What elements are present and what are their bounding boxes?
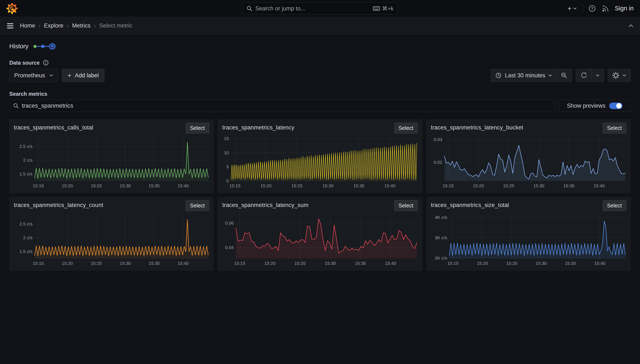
time-range-label: Last 30 minutes xyxy=(505,72,545,79)
grafana-logo[interactable] xyxy=(6,3,18,14)
chevron-down-icon xyxy=(596,74,600,77)
svg-text:2 c/s: 2 c/s xyxy=(23,158,32,162)
add-label-button[interactable]: + Add label xyxy=(62,69,104,82)
svg-text:15:20: 15:20 xyxy=(473,183,484,188)
chevron-down-icon xyxy=(50,74,53,77)
history-connector xyxy=(36,46,41,47)
help-button[interactable]: ? xyxy=(588,4,596,12)
collapse-toolbar-button[interactable] xyxy=(628,24,634,28)
history-timeline-widget[interactable] xyxy=(34,43,56,50)
breadcrumb-separator: › xyxy=(67,22,69,29)
svg-text:0.04: 0.04 xyxy=(225,245,234,250)
breadcrumb-metrics[interactable]: Metrics xyxy=(72,22,90,29)
svg-text:1.5 c/s: 1.5 c/s xyxy=(20,249,33,254)
svg-text:15:35: 15:35 xyxy=(355,261,366,266)
panel-chart: 1.5 c/s2 c/s2.5 c/s15:1515:2015:2515:301… xyxy=(14,135,209,188)
datasource-picker[interactable]: Prometheus xyxy=(9,69,58,82)
top-nav: ⌘+k + ? Sign in xyxy=(0,0,640,17)
clock-icon xyxy=(495,72,502,79)
svg-text:15:25: 15:25 xyxy=(292,183,302,188)
svg-text:15:25: 15:25 xyxy=(91,183,102,188)
svg-text:15:30: 15:30 xyxy=(534,183,544,188)
svg-text:15:25: 15:25 xyxy=(294,261,306,266)
panel-chart: 2K c/s3K c/s4K c/s15:1515:2015:2515:3015… xyxy=(431,213,626,266)
panel-select-button[interactable]: Select xyxy=(603,200,626,211)
show-previews-control: Show previews xyxy=(558,100,631,112)
sign-in-button[interactable]: Sign in xyxy=(615,5,634,12)
svg-text:2.5 c/s: 2.5 c/s xyxy=(20,222,33,226)
breadcrumb-home[interactable]: Home xyxy=(20,22,35,29)
svg-text:15:40: 15:40 xyxy=(385,261,396,266)
svg-text:3K c/s: 3K c/s xyxy=(435,235,447,240)
panel-select-button[interactable]: Select xyxy=(186,123,209,134)
refresh-button[interactable] xyxy=(576,69,592,82)
gear-icon xyxy=(612,72,620,79)
time-range-picker[interactable]: Last 30 minutes xyxy=(490,69,556,82)
svg-text:10: 10 xyxy=(224,150,229,155)
svg-text:?: ? xyxy=(591,6,594,11)
svg-text:15:20: 15:20 xyxy=(62,183,73,188)
svg-text:15:25: 15:25 xyxy=(91,261,102,266)
svg-text:15:40: 15:40 xyxy=(384,183,396,188)
svg-text:15:30: 15:30 xyxy=(536,261,547,266)
svg-text:15:30: 15:30 xyxy=(120,261,131,266)
panel-title: traces_spanmetrics_latency_count xyxy=(14,200,103,208)
metric-panel: traces_spanmetrics_latency_bucket Select… xyxy=(426,120,631,193)
refresh-interval-dropdown[interactable] xyxy=(591,69,604,82)
panel-chart: 0.040.0615:1515:2015:2515:3015:3515:40 xyxy=(222,213,418,266)
datasource-value: Prometheus xyxy=(14,72,45,79)
keyboard-icon xyxy=(373,6,380,11)
svg-text:15:40: 15:40 xyxy=(178,261,188,266)
info-icon[interactable] xyxy=(42,60,49,66)
settings-button[interactable] xyxy=(608,69,631,82)
chevron-down-icon xyxy=(622,74,626,77)
panel-chart: 0.020.0315:1515:2015:2515:3015:3515:40 xyxy=(431,135,626,188)
panel-select-button[interactable]: Select xyxy=(394,200,418,211)
breadcrumb-current: Select metric xyxy=(100,22,132,29)
svg-text:2.5 c/s: 2.5 c/s xyxy=(20,144,33,149)
search-metrics-label: Search metrics xyxy=(9,91,631,97)
news-button[interactable] xyxy=(602,5,609,12)
svg-text:15: 15 xyxy=(224,136,229,141)
global-search-input[interactable] xyxy=(255,5,370,12)
panel-select-button[interactable]: Select xyxy=(603,123,626,134)
explore-metrics-page: History Data source Prometheus + xyxy=(0,43,640,270)
chevron-down-icon xyxy=(573,7,577,10)
search-icon xyxy=(13,103,19,109)
plus-icon: + xyxy=(568,5,572,12)
svg-text:15:35: 15:35 xyxy=(148,183,160,188)
svg-text:15:20: 15:20 xyxy=(62,261,73,266)
metric-panel: traces_spanmetrics_size_total Select 2K … xyxy=(426,197,631,270)
svg-text:15:15: 15:15 xyxy=(443,183,454,188)
svg-text:15:40: 15:40 xyxy=(594,261,605,266)
svg-text:15:35: 15:35 xyxy=(563,183,574,188)
svg-text:15:25: 15:25 xyxy=(503,183,514,188)
panel-title: traces_spanmetrics_calls_total xyxy=(14,123,93,131)
chevron-down-icon xyxy=(548,74,552,77)
svg-text:15:20: 15:20 xyxy=(264,261,275,266)
history-connector xyxy=(44,46,49,47)
panel-title: traces_spanmetrics_latency_sum xyxy=(222,200,308,208)
svg-text:15:15: 15:15 xyxy=(33,261,44,266)
menu-toggle-icon[interactable] xyxy=(6,23,14,29)
nav-divider xyxy=(582,4,582,12)
breadcrumb-explore[interactable]: Explore xyxy=(44,22,63,29)
search-shortcut: ⌘+k xyxy=(373,5,394,12)
search-icon xyxy=(246,6,252,12)
metric-search-input[interactable] xyxy=(22,102,552,109)
history-step-icon xyxy=(41,45,44,48)
svg-text:15:15: 15:15 xyxy=(33,183,44,188)
time-picker-group: Last 30 minutes xyxy=(490,69,572,82)
svg-text:15:25: 15:25 xyxy=(506,261,517,266)
svg-text:15:15: 15:15 xyxy=(234,261,245,266)
new-menu-button[interactable]: + xyxy=(568,5,577,12)
global-search-bar[interactable]: ⌘+k xyxy=(242,2,398,14)
metric-panels-grid: traces_spanmetrics_calls_total Select 1.… xyxy=(9,120,631,270)
svg-text:15:20: 15:20 xyxy=(477,261,488,266)
zoom-out-time-button[interactable] xyxy=(556,69,572,82)
panel-select-button[interactable]: Select xyxy=(186,200,209,211)
show-previews-toggle[interactable] xyxy=(609,102,622,109)
svg-text:4K c/s: 4K c/s xyxy=(435,215,447,220)
panel-select-button[interactable]: Select xyxy=(394,123,418,134)
svg-text:0.02: 0.02 xyxy=(434,160,442,165)
